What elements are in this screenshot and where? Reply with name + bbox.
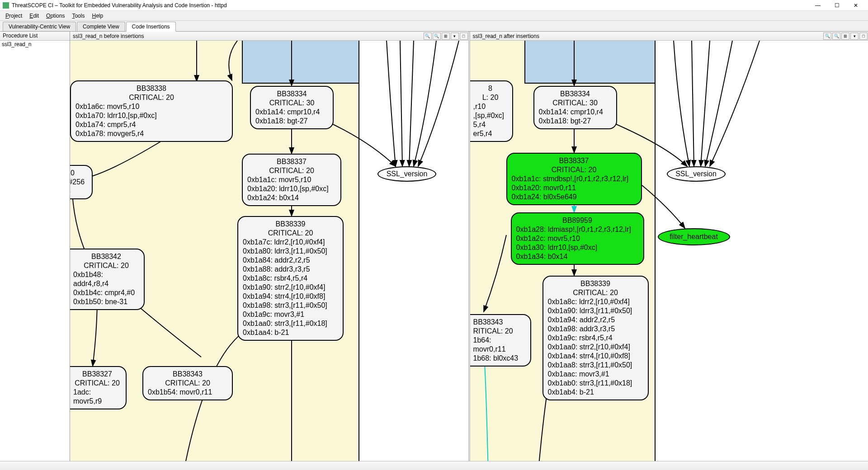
maximize-pane-icon[interactable]: □ — [460, 33, 468, 40]
fit-icon[interactable]: ⊞ — [841, 33, 849, 40]
node-bb38337[interactable]: BB38337 CRITICAL: 20 0xb1a1c: movr5,r10 … — [242, 154, 341, 206]
menu-edit[interactable]: Edit — [26, 12, 42, 20]
menu-options[interactable]: Options — [42, 12, 68, 20]
node-bb38339[interactable]: BB38339 CRITICAL: 20 0xb1a7c: ldrr2,[r10… — [237, 216, 344, 341]
status-bar — [0, 461, 868, 470]
zoom-in-icon[interactable]: 🔍 — [832, 33, 840, 40]
procedure-item[interactable]: ssl3_read_n — [0, 41, 70, 48]
maximize-pane-icon[interactable]: □ — [859, 33, 868, 40]
node-ssl-version[interactable]: SSL_version — [377, 166, 436, 182]
node-bb38327[interactable]: BB38327 CRITICAL: 20 1adc: movr5,r9 — [70, 366, 127, 409]
window-title: ThreatSCOPE CI – Toolkit for Embedded Vu… — [12, 2, 808, 9]
menu-tools[interactable]: Tools — [68, 12, 88, 20]
node-bb38334[interactable]: BB38334 CRITICAL: 30 0xb1a14: cmpr10,r4 … — [250, 86, 334, 129]
zoom-in-icon[interactable]: 🔍 — [433, 33, 441, 40]
tab-vulnerability[interactable]: Vulnerability-Centric View — [3, 22, 76, 31]
node-bb38343-after[interactable]: BB38343 RITICAL: 20 1b64: movr0,r11 1b68… — [470, 314, 531, 367]
node-bb38342[interactable]: BB38342 CRITICAL: 20 0xb1b48: addr4,r8,r… — [70, 249, 145, 310]
procedure-list-header: Procedure List — [0, 32, 70, 41]
after-pane-title: ssl3_read_n after insertions — [470, 33, 823, 39]
app-icon — [3, 2, 9, 9]
menu-project[interactable]: Project — [2, 12, 26, 20]
node-bb38338-after[interactable]: 8 L: 20 ,r10 ,[sp,#0xc] 5,r4 er5,r4 — [470, 80, 513, 142]
node-bb38337-after[interactable]: BB38337 CRITICAL: 20 0xb1a1c: stmdbsp!,[… — [506, 153, 642, 205]
procedure-list[interactable]: ssl3_read_n — [0, 41, 70, 461]
node-bb38334-after[interactable]: BB38334 CRITICAL: 30 0xb1a14: cmpr10,r4 … — [533, 86, 617, 129]
zoom-out-icon[interactable]: 🔍 — [424, 33, 432, 40]
before-pane-title: ssl3_read_n before insertions — [70, 33, 423, 39]
minimize-button[interactable]: — — [808, 0, 827, 10]
node-bb38339-after[interactable]: BB38339 CRITICAL: 20 0xb1a8c: ldrr2,[r10… — [542, 276, 649, 400]
tab-complete[interactable]: Complete View — [77, 22, 125, 31]
node-partial-left[interactable]: 20 ,#256 3 — [70, 165, 93, 199]
tab-code-insertions[interactable]: Code Insertions — [126, 22, 176, 32]
dropdown-icon[interactable]: ▾ — [850, 33, 859, 40]
zoom-out-icon[interactable]: 🔍 — [823, 33, 831, 40]
node-bb89959[interactable]: BB89959 0xb1a28: ldmiasp!,[r0,r1,r2,r3,r… — [511, 212, 644, 265]
node-bb38343[interactable]: BB38343 CRITICAL: 20 0xb1b54: movr0,r11 — [142, 366, 233, 400]
before-graph[interactable]: BB38338 CRITICAL: 20 0xb1a6c: movr5,r10 … — [70, 41, 468, 461]
node-ssl-version-after[interactable]: SSL_version — [667, 166, 726, 182]
after-graph[interactable]: 8 L: 20 ,r10 ,[sp,#0xc] 5,r4 er5,r4 BB38… — [470, 41, 868, 461]
dropdown-icon[interactable]: ▾ — [451, 33, 459, 40]
node-filter-heartbeat[interactable]: filter_heartbeat — [658, 228, 730, 245]
close-button[interactable]: ✕ — [846, 0, 865, 10]
node-bb38338[interactable]: BB38338 CRITICAL: 20 0xb1a6c: movr5,r10 … — [70, 80, 233, 142]
menu-help[interactable]: Help — [88, 12, 107, 20]
maximize-button[interactable]: ☐ — [827, 0, 846, 10]
fit-icon[interactable]: ⊞ — [442, 33, 450, 40]
